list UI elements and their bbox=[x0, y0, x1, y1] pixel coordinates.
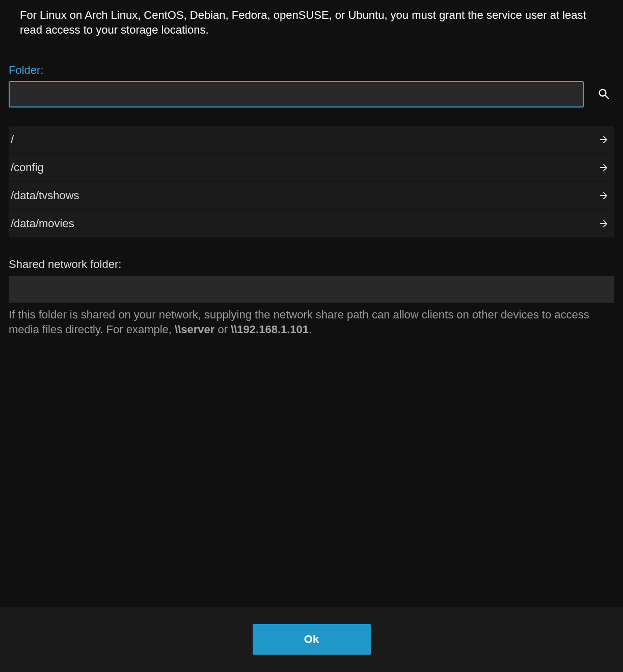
arrow-right-icon bbox=[598, 162, 609, 173]
ok-button[interactable]: Ok bbox=[253, 624, 371, 655]
arrow-right-icon bbox=[598, 134, 609, 145]
folder-input-row bbox=[9, 81, 614, 107]
folder-item-movies[interactable]: /data/movies bbox=[9, 210, 614, 237]
network-help-text: If this folder is shared on your network… bbox=[9, 308, 614, 337]
network-input[interactable] bbox=[9, 276, 614, 303]
folder-item-config[interactable]: /config bbox=[9, 154, 614, 182]
folder-item-root[interactable]: / bbox=[9, 126, 614, 154]
arrow-right-icon bbox=[598, 218, 609, 229]
folder-item-label: /data/tvshows bbox=[11, 189, 79, 202]
folder-list: / /config /data/tvshows /data/movies bbox=[9, 126, 614, 237]
network-label: Shared network folder: bbox=[9, 258, 614, 271]
dialog-footer: Ok bbox=[0, 607, 623, 672]
arrow-right-icon bbox=[598, 190, 609, 201]
search-icon bbox=[597, 87, 611, 101]
folder-label: Folder: bbox=[9, 64, 614, 77]
folder-item-label: /data/movies bbox=[11, 217, 74, 230]
folder-input[interactable] bbox=[9, 81, 584, 107]
folder-item-tvshows[interactable]: /data/tvshows bbox=[9, 182, 614, 210]
search-button[interactable] bbox=[594, 84, 614, 104]
intro-text: For Linux on Arch Linux, CentOS, Debian,… bbox=[9, 8, 614, 37]
folder-item-label: / bbox=[11, 133, 14, 146]
folder-item-label: /config bbox=[11, 161, 44, 174]
